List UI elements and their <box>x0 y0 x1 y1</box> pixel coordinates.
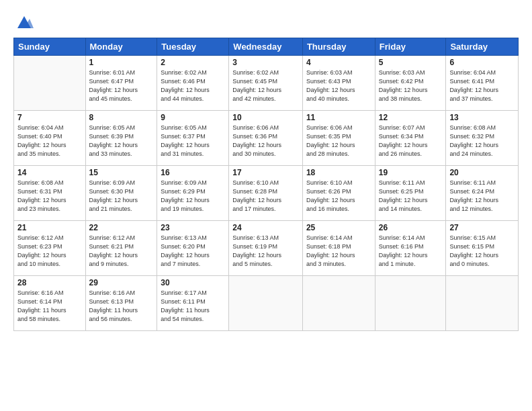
column-header-saturday: Saturday <box>446 38 519 56</box>
day-info: Sunrise: 6:11 AMSunset: 6:25 PMDaylight:… <box>379 179 443 214</box>
calendar-cell: 24Sunrise: 6:13 AMSunset: 6:19 PMDayligh… <box>229 221 303 276</box>
calendar-cell: 2Sunrise: 6:02 AMSunset: 6:46 PMDaylight… <box>157 56 229 111</box>
day-number: 19 <box>379 168 443 177</box>
calendar-cell: 21Sunrise: 6:12 AMSunset: 6:23 PMDayligh… <box>14 221 86 276</box>
column-header-friday: Friday <box>375 38 446 56</box>
day-number: 24 <box>232 223 299 232</box>
calendar-cell: 16Sunrise: 6:09 AMSunset: 6:29 PMDayligh… <box>157 166 229 221</box>
day-info: Sunrise: 6:14 AMSunset: 6:16 PMDaylight:… <box>379 234 443 269</box>
calendar-cell: 18Sunrise: 6:10 AMSunset: 6:26 PMDayligh… <box>302 166 375 221</box>
day-number: 25 <box>306 223 371 232</box>
day-info: Sunrise: 6:06 AMSunset: 6:36 PMDaylight:… <box>232 124 299 158</box>
day-info: Sunrise: 6:03 AMSunset: 6:43 PMDaylight:… <box>306 68 371 103</box>
calendar-cell: 13Sunrise: 6:08 AMSunset: 6:32 PMDayligh… <box>446 111 519 166</box>
calendar-cell: 17Sunrise: 6:10 AMSunset: 6:28 PMDayligh… <box>229 166 303 221</box>
day-info: Sunrise: 6:11 AMSunset: 6:24 PMDaylight:… <box>449 179 515 214</box>
logo-icon <box>15 12 34 31</box>
calendar-cell: 14Sunrise: 6:08 AMSunset: 6:31 PMDayligh… <box>14 166 86 221</box>
day-info: Sunrise: 6:16 AMSunset: 6:13 PMDaylight:… <box>89 289 154 324</box>
calendar-cell: 19Sunrise: 6:11 AMSunset: 6:25 PMDayligh… <box>375 166 446 221</box>
calendar-cell: 20Sunrise: 6:11 AMSunset: 6:24 PMDayligh… <box>446 166 519 221</box>
calendar-cell: 11Sunrise: 6:06 AMSunset: 6:35 PMDayligh… <box>302 111 375 166</box>
day-number: 21 <box>17 223 82 232</box>
column-header-wednesday: Wednesday <box>229 38 303 56</box>
column-header-monday: Monday <box>85 38 157 56</box>
calendar-cell: 12Sunrise: 6:07 AMSunset: 6:34 PMDayligh… <box>375 111 446 166</box>
column-header-thursday: Thursday <box>302 38 375 56</box>
calendar-table: SundayMondayTuesdayWednesdayThursdayFrid… <box>13 38 519 331</box>
day-number: 29 <box>89 278 154 287</box>
day-number: 6 <box>449 58 515 67</box>
calendar-week-4: 28Sunrise: 6:16 AMSunset: 6:14 PMDayligh… <box>14 276 519 331</box>
day-number: 3 <box>232 58 299 67</box>
calendar-cell <box>446 276 519 331</box>
calendar-cell: 28Sunrise: 6:16 AMSunset: 6:14 PMDayligh… <box>14 276 86 331</box>
calendar-cell: 1Sunrise: 6:01 AMSunset: 6:47 PMDaylight… <box>85 56 157 111</box>
day-info: Sunrise: 6:10 AMSunset: 6:26 PMDaylight:… <box>306 179 371 214</box>
column-header-tuesday: Tuesday <box>157 38 229 56</box>
day-info: Sunrise: 6:09 AMSunset: 6:29 PMDaylight:… <box>161 179 225 214</box>
day-info: Sunrise: 6:08 AMSunset: 6:31 PMDaylight:… <box>17 179 82 214</box>
calendar-cell: 8Sunrise: 6:05 AMSunset: 6:39 PMDaylight… <box>85 111 157 166</box>
calendar-cell: 5Sunrise: 6:03 AMSunset: 6:42 PMDaylight… <box>375 56 446 111</box>
day-number: 18 <box>306 168 371 177</box>
day-number: 30 <box>161 278 225 287</box>
calendar-cell: 7Sunrise: 6:04 AMSunset: 6:40 PMDaylight… <box>14 111 86 166</box>
day-info: Sunrise: 6:07 AMSunset: 6:34 PMDaylight:… <box>379 124 443 158</box>
calendar-cell: 6Sunrise: 6:04 AMSunset: 6:41 PMDaylight… <box>446 56 519 111</box>
day-number: 8 <box>89 113 154 122</box>
calendar-cell: 3Sunrise: 6:02 AMSunset: 6:45 PMDaylight… <box>229 56 303 111</box>
day-number: 4 <box>306 58 371 67</box>
calendar-week-0: 1Sunrise: 6:01 AMSunset: 6:47 PMDaylight… <box>14 56 519 111</box>
day-info: Sunrise: 6:05 AMSunset: 6:39 PMDaylight:… <box>89 124 154 158</box>
calendar-cell: 25Sunrise: 6:14 AMSunset: 6:18 PMDayligh… <box>302 221 375 276</box>
calendar-cell: 26Sunrise: 6:14 AMSunset: 6:16 PMDayligh… <box>375 221 446 276</box>
day-info: Sunrise: 6:02 AMSunset: 6:46 PMDaylight:… <box>161 68 225 103</box>
day-number: 2 <box>161 58 225 67</box>
day-number: 15 <box>89 168 154 177</box>
day-number: 16 <box>161 168 225 177</box>
calendar-cell <box>229 276 303 331</box>
day-info: Sunrise: 6:09 AMSunset: 6:30 PMDaylight:… <box>89 179 154 214</box>
day-number: 28 <box>17 278 82 287</box>
calendar-cell: 22Sunrise: 6:12 AMSunset: 6:21 PMDayligh… <box>85 221 157 276</box>
day-number: 11 <box>306 113 371 122</box>
day-number: 10 <box>232 113 299 122</box>
day-number: 23 <box>161 223 225 232</box>
calendar-week-1: 7Sunrise: 6:04 AMSunset: 6:40 PMDaylight… <box>14 111 519 166</box>
day-number: 7 <box>17 113 82 122</box>
day-info: Sunrise: 6:16 AMSunset: 6:14 PMDaylight:… <box>17 289 82 324</box>
calendar-cell: 30Sunrise: 6:17 AMSunset: 6:11 PMDayligh… <box>157 276 229 331</box>
calendar-cell: 23Sunrise: 6:13 AMSunset: 6:20 PMDayligh… <box>157 221 229 276</box>
calendar-cell: 27Sunrise: 6:15 AMSunset: 6:15 PMDayligh… <box>446 221 519 276</box>
calendar-week-3: 21Sunrise: 6:12 AMSunset: 6:23 PMDayligh… <box>14 221 519 276</box>
day-info: Sunrise: 6:05 AMSunset: 6:37 PMDaylight:… <box>161 124 225 158</box>
day-number: 1 <box>89 58 154 67</box>
calendar-cell: 4Sunrise: 6:03 AMSunset: 6:43 PMDaylight… <box>302 56 375 111</box>
day-number: 22 <box>89 223 154 232</box>
day-number: 27 <box>449 223 515 232</box>
day-number: 17 <box>232 168 299 177</box>
calendar-cell: 9Sunrise: 6:05 AMSunset: 6:37 PMDaylight… <box>157 111 229 166</box>
day-info: Sunrise: 6:14 AMSunset: 6:18 PMDaylight:… <box>306 234 371 269</box>
column-header-sunday: Sunday <box>14 38 86 56</box>
calendar-cell: 10Sunrise: 6:06 AMSunset: 6:36 PMDayligh… <box>229 111 303 166</box>
day-info: Sunrise: 6:03 AMSunset: 6:42 PMDaylight:… <box>379 68 443 103</box>
day-number: 12 <box>379 113 443 122</box>
day-number: 26 <box>379 223 443 232</box>
day-number: 13 <box>449 113 515 122</box>
calendar-cell <box>302 276 375 331</box>
day-number: 5 <box>379 58 443 67</box>
day-info: Sunrise: 6:12 AMSunset: 6:21 PMDaylight:… <box>89 234 154 269</box>
day-info: Sunrise: 6:17 AMSunset: 6:11 PMDaylight:… <box>161 289 225 324</box>
day-info: Sunrise: 6:06 AMSunset: 6:35 PMDaylight:… <box>306 124 371 158</box>
calendar-cell: 29Sunrise: 6:16 AMSunset: 6:13 PMDayligh… <box>85 276 157 331</box>
day-info: Sunrise: 6:13 AMSunset: 6:19 PMDaylight:… <box>232 234 299 269</box>
header <box>13 12 519 31</box>
day-info: Sunrise: 6:02 AMSunset: 6:45 PMDaylight:… <box>232 68 299 103</box>
day-info: Sunrise: 6:04 AMSunset: 6:40 PMDaylight:… <box>17 124 82 158</box>
day-number: 14 <box>17 168 82 177</box>
calendar-header-row: SundayMondayTuesdayWednesdayThursdayFrid… <box>14 38 519 56</box>
day-info: Sunrise: 6:13 AMSunset: 6:20 PMDaylight:… <box>161 234 225 269</box>
calendar-cell: 15Sunrise: 6:09 AMSunset: 6:30 PMDayligh… <box>85 166 157 221</box>
